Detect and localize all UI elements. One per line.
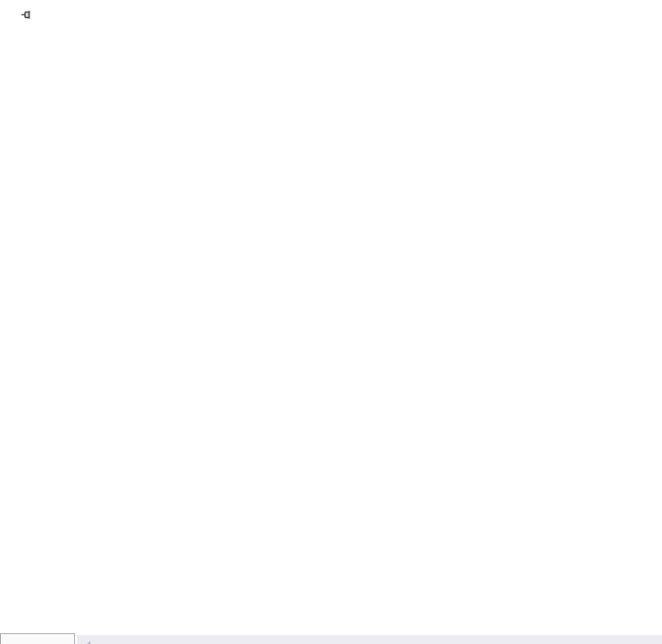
indicator-margin (0, 32, 20, 633)
sql-editor[interactable] (0, 32, 662, 633)
pin-icon[interactable] (21, 9, 32, 21)
document-tab-bar (0, 0, 662, 30)
zoom-level-selector[interactable] (0, 633, 75, 644)
tab-sqlquery1[interactable] (0, 0, 343, 30)
horizontal-scrollbar[interactable] (77, 635, 662, 644)
editor-bottom-bar (0, 633, 662, 644)
